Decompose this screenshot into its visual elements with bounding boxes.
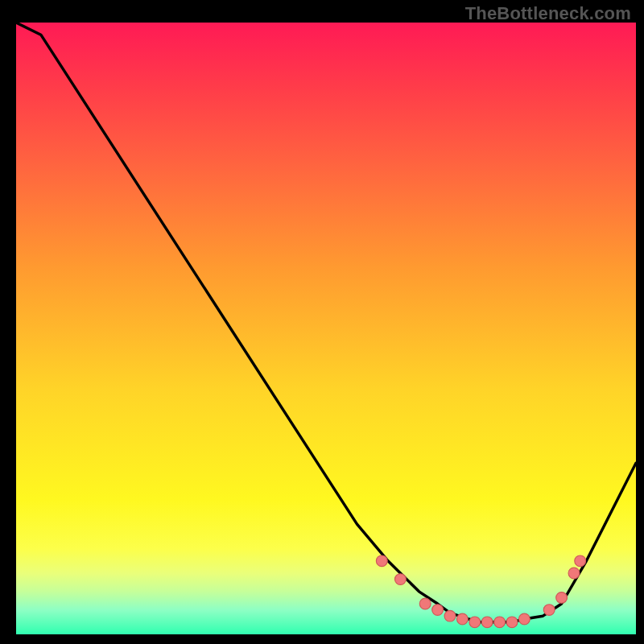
curve-marker	[444, 610, 456, 621]
chart-svg	[16, 23, 636, 634]
curve-marker	[456, 613, 468, 625]
curve-marker	[518, 613, 530, 625]
curve-markers	[376, 555, 585, 628]
chart-area	[16, 23, 636, 634]
bottleneck-curve	[16, 23, 636, 622]
curve-marker	[575, 555, 586, 567]
watermark-label: TheBottleneck.com	[465, 3, 631, 24]
curve-marker	[394, 574, 406, 585]
curve-marker	[494, 617, 506, 628]
curve-marker	[506, 617, 518, 628]
curve-marker	[376, 555, 387, 567]
curve-marker	[543, 605, 555, 616]
curve-marker	[432, 605, 444, 616]
curve-marker	[419, 598, 431, 609]
curve-marker	[556, 592, 568, 604]
curve-marker	[469, 617, 481, 628]
curve-marker	[481, 617, 493, 628]
curve-marker	[568, 568, 580, 579]
